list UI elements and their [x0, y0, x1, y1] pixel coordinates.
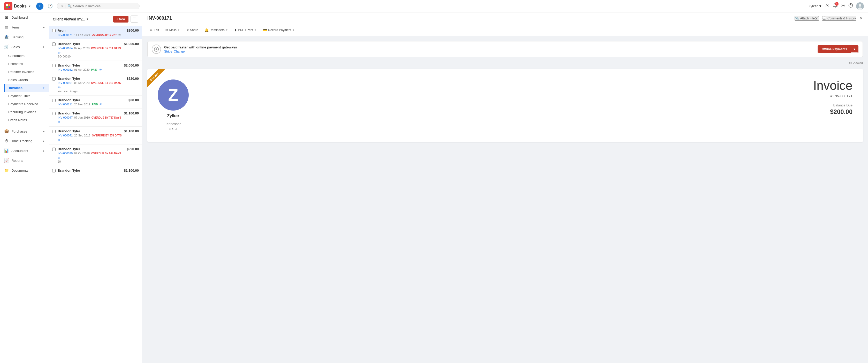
invoice-number-5[interactable]: INV-000111	[58, 103, 73, 106]
mail-icon: ✉	[165, 28, 168, 32]
more-options-button[interactable]: ···	[299, 26, 306, 34]
list-item[interactable]: Brandon Tyler INV-000164 07 Apr 2020 OVE…	[49, 39, 142, 61]
close-detail-button[interactable]: ✕	[860, 16, 863, 21]
invoice-number-7[interactable]: INV-000041	[58, 134, 73, 137]
invoice-number-2[interactable]: INV-000164	[58, 47, 73, 50]
company-location: Tennessee U.S.A	[165, 121, 182, 132]
list-item[interactable]: Brandon Tyler INV-000161 03 Apr 2020 OVE…	[49, 74, 142, 95]
invoice-status-7: OVERDUE BY 876 DAYS	[92, 134, 122, 137]
notification-count: 4	[835, 2, 839, 6]
list-item[interactable]: Brandon Tyler INV-000020 02 Oct 2018 OVE…	[49, 144, 142, 166]
sidebar-item-customers[interactable]: Customers	[4, 52, 49, 60]
sidebar-item-dashboard[interactable]: ⊞ Dashboard	[0, 12, 49, 22]
invoice-number-1[interactable]: INV-000171	[58, 33, 73, 36]
sidebar-item-payments-received[interactable]: Payments Received	[4, 100, 49, 108]
invoice-detail-panel: INV-000171 📎 Attach File(s) 💬 Comments &…	[142, 12, 868, 363]
new-invoice-button[interactable]: + New	[113, 16, 128, 23]
share-button[interactable]: ↗ Share	[184, 27, 201, 33]
svg-rect-0	[6, 4, 8, 6]
list-item[interactable]: Brandon Tyler INV-000047 07 Jan 2019 OVE…	[49, 109, 142, 127]
offline-payments-dropdown-button[interactable]: ▼	[851, 46, 858, 52]
list-title-chevron-icon[interactable]: ▼	[86, 18, 89, 21]
invoice-checkbox-9[interactable]	[52, 169, 56, 172]
change-link[interactable]: Change	[174, 50, 185, 53]
user-menu[interactable]: Zylker ▼	[809, 4, 822, 8]
invoice-customer-name-8: Brandon Tyler	[58, 147, 125, 151]
avatar[interactable]	[856, 2, 864, 10]
list-item[interactable]: Brandon Tyler INV-000111 20 Nov 2019 PAI…	[49, 95, 142, 109]
sidebar-item-purchases[interactable]: 📦 Purchases ▶	[0, 127, 49, 136]
sidebar-item-documents[interactable]: 📁 Documents	[0, 165, 49, 175]
logo-chevron-icon: ▼	[28, 5, 31, 8]
list-item[interactable]: Brandon Tyler $1,100.00	[49, 166, 142, 175]
sidebar-item-credit-notes[interactable]: Credit Notes	[4, 116, 49, 124]
invoice-info-7: Brandon Tyler INV-000041 20 Sep 2018 OVE…	[58, 129, 122, 142]
invoice-number-6[interactable]: INV-000047	[58, 116, 73, 119]
payments-received-label: Payments Received	[8, 102, 38, 106]
invoice-checkbox-7[interactable]	[52, 130, 56, 133]
sidebar-item-payment-links[interactable]: Payment Links	[4, 92, 49, 100]
balance-due-label: Balance Due	[813, 103, 852, 107]
invoice-checkbox-6[interactable]	[52, 112, 56, 115]
detail-invoice-number: INV-000171	[147, 16, 792, 21]
record-payment-button[interactable]: 💳 Record Payment ▼	[260, 27, 298, 33]
invoice-amount-9: $1,100.00	[124, 169, 139, 172]
reminders-button[interactable]: 🔔 Reminders ▼	[202, 27, 230, 33]
invoice-customer-name-2: Brandon Tyler	[58, 42, 122, 46]
search-input[interactable]	[73, 4, 136, 8]
list-item[interactable]: Brandon Tyler INV-000041 20 Sep 2018 OVE…	[49, 127, 142, 144]
invoice-number-3[interactable]: INV-000162	[58, 68, 73, 71]
history-button[interactable]: 🕐	[46, 3, 54, 10]
sidebar-item-reports[interactable]: 📈 Reports	[0, 156, 49, 165]
search-filter-toggle[interactable]: ▼	[61, 5, 65, 8]
invoice-date-3: 01 Apr 2020	[74, 68, 89, 71]
notifications-icon[interactable]: 4	[833, 3, 837, 9]
attach-files-button[interactable]: 📎 Attach File(s)	[795, 16, 819, 21]
stripe-link[interactable]: Stripe	[164, 50, 172, 53]
eye-icon-6: 👁	[58, 121, 61, 124]
invoice-checkbox-5[interactable]	[52, 99, 56, 102]
offline-payments-main-button[interactable]: Offline Payments	[818, 46, 851, 53]
invoice-number-4[interactable]: INV-000161	[58, 81, 73, 84]
sidebar-item-sales[interactable]: 🛒 Sales ▼	[0, 42, 49, 52]
list-item[interactable]: Brandon Tyler INV-000162 01 Apr 2020 PAI…	[49, 61, 142, 74]
invoice-checkbox-2[interactable]	[52, 43, 56, 46]
overdue-ribbon: Overdue	[147, 69, 165, 87]
invoice-checkbox-4[interactable]	[52, 77, 56, 81]
settings-icon[interactable]	[841, 3, 845, 9]
invoices-add-icon[interactable]: +	[43, 86, 45, 90]
edit-button[interactable]: ✏ Edit	[147, 27, 162, 33]
invoice-number-8[interactable]: INV-000020	[58, 152, 73, 155]
mails-label: Mails	[169, 28, 177, 32]
invoice-preview: Overdue Z Zylker Tennessee U.S.A	[147, 69, 863, 142]
sidebar-item-sales-orders[interactable]: Sales Orders	[4, 76, 49, 84]
sidebar-item-recurring-invoices[interactable]: Recurring Invoices	[4, 108, 49, 116]
list-menu-button[interactable]: ☰	[130, 16, 138, 23]
help-icon[interactable]	[848, 3, 853, 9]
sidebar-item-retainer-invoices[interactable]: Retainer Invoices	[4, 68, 49, 76]
sidebar-item-time-tracking[interactable]: ⏱ Time Tracking ▶	[0, 136, 49, 146]
pdf-print-button[interactable]: ⬇ PDF / Print ▼	[231, 27, 259, 33]
sidebar-item-items[interactable]: ▤ Items ▶	[0, 22, 49, 32]
eye-icon-8: 👁	[58, 157, 61, 160]
comments-history-button[interactable]: 💬 Comments & History	[822, 16, 856, 21]
svg-point-4	[827, 4, 828, 5]
reminders-chevron-icon: ▼	[226, 29, 228, 31]
sidebar-item-accountant[interactable]: 📊 Accountant ▶	[0, 146, 49, 156]
invoice-checkbox-1[interactable]	[52, 29, 56, 32]
invoice-checkbox-8[interactable]	[52, 147, 56, 151]
logo[interactable]: Books ▼	[4, 2, 31, 10]
sidebar-item-estimates[interactable]: Estimates	[4, 60, 49, 68]
mails-button[interactable]: ✉ Mails ▼	[163, 27, 183, 33]
record-payment-chevron-icon: ▼	[292, 29, 295, 31]
sidebar-item-invoices[interactable]: Invoices +	[4, 84, 49, 92]
contacts-icon[interactable]	[825, 3, 830, 9]
invoice-checkbox-3[interactable]	[52, 64, 56, 67]
sidebar-item-banking[interactable]: 🏦 Banking	[0, 32, 49, 42]
list-item[interactable]: Arun INV-000171 11 Feb 2021 OVERDUE BY 1…	[49, 26, 142, 39]
detail-toolbar: ✏ Edit ✉ Mails ▼ ↗ Share 🔔 Reminders ▼ ⬇…	[142, 24, 868, 36]
share-label: Share	[190, 28, 198, 32]
global-add-button[interactable]: +	[36, 3, 43, 10]
svg-point-5	[842, 5, 844, 6]
svg-point-9	[859, 4, 861, 7]
